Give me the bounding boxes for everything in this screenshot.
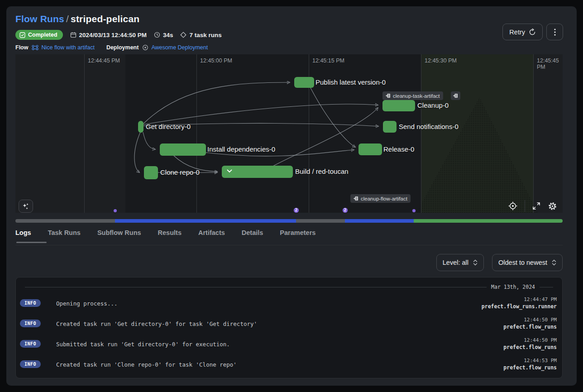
chevron-down-icon [227,169,232,173]
task-runs-icon [180,32,186,38]
log-level-badge: INFO [20,360,41,368]
log-date-text: Mar 13th, 2024 [491,284,535,290]
task-node-release[interactable] [358,143,382,155]
flow-name-link[interactable]: Nice flow with artifact [41,44,94,51]
flow-run-page: Flow Runs/striped-pelican Completed 2024… [6,6,577,386]
toolbar-divider [525,200,525,212]
tab-logs[interactable]: Logs [15,229,31,236]
calendar-icon [70,32,76,38]
artifact-badge-cleanup-task[interactable]: cleanup-task-artifact [382,91,443,100]
logs-panel[interactable]: Mar 13th, 2024 INFO Opening process... 1… [15,277,563,378]
state-badge: Completed [15,30,63,40]
artifact-badge-cleanup-flow[interactable]: cleanup-flow-artifact [350,194,411,203]
artifact-icon [386,93,391,98]
header-buttons: Retry [502,24,563,40]
tab-details[interactable]: Details [242,229,263,236]
breadcrumb-flow-runs-link[interactable]: Flow Runs [15,14,64,24]
task-node-get-directory[interactable] [138,121,143,133]
scrollbar-segment-green[interactable] [414,219,563,223]
graph-ai-button[interactable] [19,200,33,213]
task-node-label: Cleanup-0 [417,101,449,109]
log-date-separator: Mar 13th, 2024 [16,284,562,290]
scrollbar-segment-gray[interactable] [15,219,115,223]
artifact-icon [354,196,358,201]
target-icon [508,201,518,211]
graph-settings-button[interactable] [548,201,557,211]
duration-value: 34s [163,32,173,38]
task-node-label: Publish latest version-0 [315,78,386,86]
event-dot-count[interactable]: 2 [342,207,349,214]
duration: 34s [154,32,173,38]
log-meta: 12:44:47 PM prefect.flow_runs.runner [482,296,557,310]
log-logger: prefect.flow_runs [503,324,557,330]
artifact-badge-icon-only[interactable] [451,91,460,100]
task-node-label: Get directory-0 [146,123,191,130]
log-level-badge: INFO [20,299,41,307]
log-level-select[interactable]: Level: all [436,254,484,271]
task-run-count-value: 7 task runs [189,32,221,38]
event-dot[interactable] [113,208,118,213]
tab-results[interactable]: Results [158,229,182,236]
gear-icon [548,201,557,211]
task-run-count: 7 task runs [180,32,221,38]
task-node-cleanup[interactable] [382,100,415,111]
log-message: Submitted task run 'Get directory-0' for… [56,341,230,348]
more-actions-button[interactable] [546,24,563,40]
log-logger: prefect.flow_runs [503,364,557,371]
active-tab-indicator [16,242,47,243]
subflow-node-build-red-toucan[interactable] [222,166,293,178]
log-message: Opening process... [56,300,117,307]
log-sort-select[interactable]: Oldest to newest [492,254,563,271]
retry-button[interactable]: Retry [502,24,543,40]
recenter-button[interactable] [508,201,518,211]
tab-artifacts[interactable]: Artifacts [198,229,225,236]
task-node-install-dependencies[interactable] [160,143,206,156]
fullscreen-button[interactable] [532,201,541,210]
tab-parameters[interactable]: Parameters [280,229,315,236]
log-level-badge: INFO [20,340,41,348]
graph-toolbar [508,200,557,212]
log-meta: 12:44:53 PM prefect.flow_runs [503,358,557,371]
scrollbar-segment-blue[interactable] [115,219,296,223]
breadcrumb-separator: / [64,14,71,24]
log-sort-value: Oldest to newest [498,259,547,266]
task-node-clone-repo[interactable] [144,166,158,179]
deployment-icon [142,44,148,51]
log-meta: 12:44:50 PM prefect.flow_runs [503,337,557,350]
subflow-node-label: Build / red-toucan [295,167,349,175]
log-level-badge: INFO [20,320,41,327]
log-logger: prefect.flow_runs [503,344,557,350]
start-time-value: 2024/03/13 12:44:50 PM [79,32,147,38]
task-node-send-notifications[interactable] [383,121,397,133]
deployment-label: Deployment [106,44,139,51]
scrollbar-segment-gray[interactable] [296,219,345,223]
tab-subflow-runs[interactable]: Subflow Runs [97,229,141,236]
event-dot[interactable] [411,208,416,213]
detail-tabs: Logs Task Runs Subflow Runs Results Arti… [15,229,315,236]
breadcrumb: Flow Runs/striped-pelican [15,14,139,24]
log-level-value: Level: all [443,259,468,266]
scrollbar-segment-blue[interactable] [345,219,414,223]
tabs-divider [15,245,563,245]
task-node-publish-latest-version[interactable] [294,77,314,88]
log-time: 12:44:53 PM [503,358,557,363]
retry-button-label: Retry [509,29,525,36]
state-label: Completed [28,32,57,38]
event-dot-count[interactable]: 2 [293,207,300,214]
artifact-icon [453,93,458,98]
deployment-name-link[interactable]: Awesome Deployment [151,44,208,51]
run-meta-row: Completed 2024/03/13 12:44:50 PM 34s 7 t… [15,30,222,40]
select-chevrons-icon [473,259,478,266]
flow-deployment-row: Flow Nice flow with artifact Deployment … [15,44,208,51]
log-message: Created task run 'Get directory-0' for t… [56,320,257,327]
task-node-label: Release-0 [383,145,414,153]
sparkles-icon [22,203,29,210]
tab-task-runs[interactable]: Task Runs [48,229,81,236]
page-title: striped-pelican [71,14,139,24]
task-node-label: Install dependencies-0 [207,145,275,153]
flow-run-graph[interactable]: 12:44:45 PM 12:45:00 PM 12:45:15 PM 12:4… [15,54,563,213]
kebab-menu-icon [554,29,556,36]
artifact-badge-label: cleanup-task-artifact [393,93,440,99]
artifact-badge-label: cleanup-flow-artifact [361,196,407,201]
log-filters: Level: all Oldest to newest [436,254,563,271]
